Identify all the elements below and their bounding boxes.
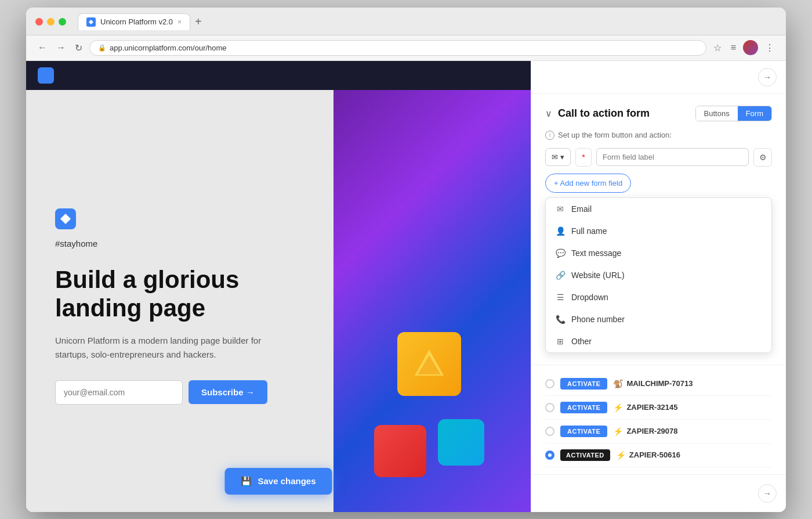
close-traffic-light[interactable] [35, 18, 43, 26]
integration-name-4: ⚡ ZAPIER-50616 [616, 450, 680, 460]
save-changes-label: Save changes [258, 476, 316, 486]
dropdown-chevron: ▾ [560, 153, 564, 161]
zapier-icon-4: ⚡ [616, 450, 626, 460]
panel-top-arrow[interactable]: → [758, 68, 777, 86]
bookmark-button[interactable]: ☆ [711, 40, 724, 56]
field-label-input[interactable] [596, 148, 749, 166]
integration-row-2: ACTIVATE ⚡ ZAPIER-32145 [545, 396, 772, 420]
dropdown-website[interactable]: 🔗 Website (URL) [546, 264, 771, 286]
integration-row-1: ACTIVATE 🐒 MAILCHIMP-70713 [545, 372, 772, 396]
user-avatar[interactable] [743, 40, 758, 55]
preview-subtext: Unicorn Platform is a modern landing pag… [55, 334, 264, 362]
form-description-text: Set up the form button and action: [558, 131, 672, 139]
activate-button-2[interactable]: ACTIVATE [560, 402, 607, 413]
minimize-traffic-light[interactable] [47, 18, 55, 26]
mail-icon: ✉ [552, 153, 558, 161]
reading-list-button[interactable]: ≡ [728, 40, 738, 55]
dropdown-email-label: Email [571, 204, 592, 214]
integration-name-1: 🐒 MAILCHIMP-70713 [613, 379, 693, 388]
tab-close-btn[interactable]: × [177, 18, 182, 26]
integration-label-3: ZAPIER-29078 [626, 427, 677, 435]
dropdown-email[interactable]: ✉ Email [546, 198, 771, 220]
dropdown-phone[interactable]: 📞 Phone number [546, 308, 771, 330]
browser-window: Unicorn Platform v2.0 × + ← → ↻ 🔒 app.un… [26, 8, 786, 512]
preview-headline: Build a glorious landing page [55, 266, 299, 322]
dropdown-other-label: Other [571, 337, 592, 346]
section-toggle[interactable]: ∨ [545, 108, 552, 119]
integration-radio-3[interactable] [545, 427, 554, 436]
zapier-icon-3: ⚡ [613, 427, 623, 436]
integration-radio-2[interactable] [545, 403, 554, 412]
activated-button-4[interactable]: ACTIVATED [560, 449, 610, 461]
email-icon: ✉ [555, 204, 566, 214]
subscribe-button[interactable]: Subscribe → [188, 380, 267, 404]
integration-label-1: MAILCHIMP-70713 [626, 379, 693, 388]
preview-bg [334, 90, 531, 512]
browser-tab[interactable]: Unicorn Platform v2.0 × [78, 13, 190, 30]
float-card-3 [438, 419, 484, 466]
mailchimp-icon: 🐒 [613, 379, 623, 388]
preview-area: #stayhome Build a glorious landing page … [26, 61, 531, 512]
field-settings-button[interactable]: ⚙ [753, 148, 772, 167]
tab-bar: Unicorn Platform v2.0 × + [78, 13, 202, 30]
dropdown-menu: ✉ Email 👤 Full name 💬 Text message � [545, 197, 772, 353]
panel-bottom-arrow-btn[interactable]: → [758, 484, 777, 503]
dropdown-website-label: Website (URL) [571, 271, 625, 280]
dropdown-fullname[interactable]: 👤 Full name [546, 220, 771, 242]
form-description: i Set up the form button and action: [545, 131, 772, 140]
address-url: app.unicornplatform.com/our/home [110, 44, 227, 52]
phone-icon: 📞 [555, 314, 566, 325]
dropdown-text-message[interactable]: 💬 Text message [546, 242, 771, 264]
traffic-lights [35, 18, 66, 26]
save-icon: 💾 [241, 476, 252, 486]
required-marker[interactable]: * [575, 148, 592, 167]
integration-name-3: ⚡ ZAPIER-29078 [613, 427, 677, 436]
save-changes-bar[interactable]: 💾 Save changes [224, 468, 332, 495]
integration-radio-1[interactable] [545, 379, 554, 388]
integration-label-4: ZAPIER-50616 [629, 450, 680, 459]
email-input[interactable] [55, 380, 183, 405]
preview-form: Subscribe → [55, 380, 299, 405]
preview-main: #stayhome Build a glorious landing page … [26, 90, 531, 512]
tab-favicon [86, 17, 96, 27]
back-button[interactable]: ← [35, 40, 49, 55]
panel-section-header: ∨ Call to action form Buttons Form [545, 106, 772, 121]
activate-button-3[interactable]: ACTIVATE [560, 426, 607, 437]
integration-radio-4[interactable] [545, 450, 554, 460]
float-card-1 [397, 332, 461, 396]
dropdown-dropdown[interactable]: ☰ Dropdown [546, 286, 771, 308]
form-tab[interactable]: Form [738, 106, 771, 121]
preview-image-area [334, 90, 531, 512]
integration-name-2: ⚡ ZAPIER-32145 [613, 403, 677, 412]
right-panel: → ∨ Call to action form Buttons Form i S… [531, 61, 786, 512]
add-field-button[interactable]: + Add new form field [545, 174, 631, 193]
activation-section: ACTIVATE 🐒 MAILCHIMP-70713 ACTIVATE ⚡ ZA… [531, 365, 786, 474]
integration-label-2: ZAPIER-32145 [626, 403, 677, 412]
hero-logo [55, 208, 76, 229]
tab-switcher: Buttons Form [695, 106, 772, 121]
dropdown-textmessage-label: Text message [571, 248, 621, 258]
integration-row-3: ACTIVATE ⚡ ZAPIER-29078 [545, 420, 772, 444]
reload-button[interactable]: ↻ [72, 40, 85, 56]
form-field-row: ✉ ▾ * ⚙ [545, 148, 772, 167]
address-bar[interactable]: 🔒 app.unicornplatform.com/our/home [89, 40, 706, 56]
buttons-tab[interactable]: Buttons [696, 106, 738, 121]
activate-button-1[interactable]: ACTIVATE [560, 378, 607, 390]
new-tab-button[interactable]: + [195, 16, 202, 27]
panel-section-title: Call to action form [558, 107, 690, 120]
forward-button[interactable]: → [54, 40, 68, 55]
dropdown-phone-label: Phone number [571, 315, 625, 324]
zapier-icon-2: ⚡ [613, 403, 623, 412]
preview-topbar [26, 61, 531, 90]
float-card-2 [374, 425, 426, 477]
person-icon: 👤 [555, 226, 566, 236]
browser-toolbar: ← → ↻ 🔒 app.unicornplatform.com/our/home… [26, 35, 786, 61]
dropdown-icon: ☰ [555, 292, 566, 302]
dropdown-dropdown-label: Dropdown [571, 293, 608, 302]
menu-button[interactable]: ⋮ [763, 40, 777, 56]
dropdown-other[interactable]: ⊞ Other [546, 330, 771, 352]
panel-bottom-section: → [531, 474, 786, 512]
field-type-button[interactable]: ✉ ▾ [545, 148, 571, 166]
fullscreen-traffic-light[interactable] [59, 18, 66, 26]
dropdown-fullname-label: Full name [571, 226, 607, 236]
